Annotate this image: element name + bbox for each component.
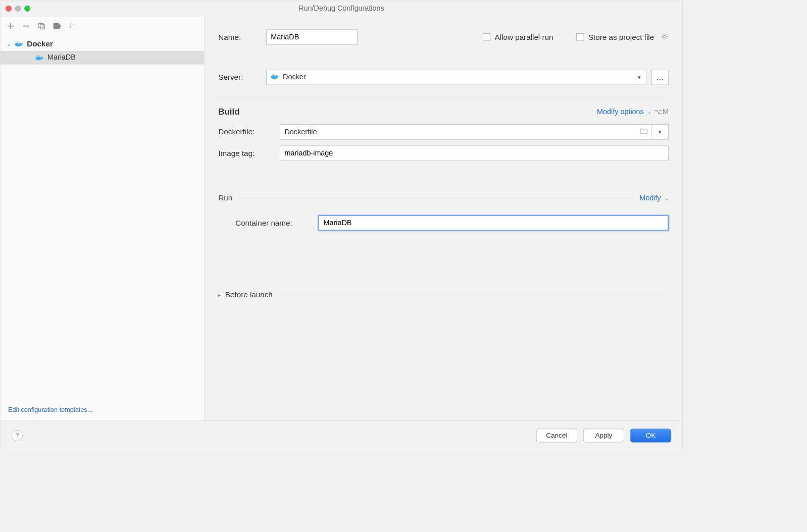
checkbox-icon [483, 33, 490, 41]
folder-icon[interactable] [640, 128, 647, 136]
store-project-checkbox[interactable]: Store as project file [576, 33, 654, 42]
container-name-row: Container name: [218, 215, 669, 230]
run-debug-config-window: Run/Debug Configurations az ⌄ Docker [0, 0, 683, 450]
body: az ⌄ Docker MariaDB Edit c [1, 17, 682, 420]
server-select[interactable]: Docker ▼ [266, 70, 646, 85]
chevron-down-icon: ⌄ [7, 41, 13, 47]
copy-config-icon[interactable] [36, 21, 46, 31]
name-label: Name: [218, 33, 261, 42]
ok-button[interactable]: OK [630, 429, 671, 442]
edit-templates-link[interactable]: Edit configuration templates... [8, 406, 92, 413]
tree-item-mariadb[interactable]: MariaDB [1, 51, 205, 65]
sidebar: az ⌄ Docker MariaDB Edit c [1, 17, 205, 420]
cancel-button[interactable]: Cancel [536, 429, 577, 442]
build-modify-shortcut: ⌥M [654, 107, 669, 116]
footer: ? Cancel Apply OK [1, 420, 682, 450]
name-input[interactable] [266, 29, 358, 44]
server-label: Server: [218, 73, 261, 82]
help-button[interactable]: ? [12, 430, 23, 441]
svg-point-12 [664, 35, 666, 38]
window-title: Run/Debug Configurations [1, 4, 682, 13]
allow-parallel-label: Allow parallel run [495, 33, 553, 42]
dockerfile-history-dropdown[interactable]: ▼ [651, 124, 668, 139]
svg-rect-7 [17, 41, 18, 42]
allow-parallel-checkbox[interactable]: Allow parallel run [483, 33, 553, 42]
server-browse-button[interactable]: … [651, 70, 669, 85]
chevron-right-icon: ▸ [218, 292, 221, 298]
config-tree: ⌄ Docker MariaDB [1, 35, 205, 400]
server-row: Server: Docker ▼ … [218, 70, 669, 85]
docker-icon [15, 40, 24, 47]
image-tag-label: Image tag: [218, 149, 274, 158]
divider [218, 98, 669, 98]
add-config-icon[interactable] [6, 21, 16, 31]
tree-item-label: MariaDB [47, 54, 76, 62]
name-row: Name: Allow parallel run Store as projec… [218, 29, 669, 44]
apply-button[interactable]: Apply [583, 429, 624, 442]
save-config-icon[interactable] [52, 21, 62, 31]
sort-alpha-icon[interactable]: az [67, 21, 77, 31]
dockerfile-input[interactable]: Dockerfile ▼ [280, 124, 669, 139]
sidebar-footer: Edit configuration templates... [1, 400, 205, 420]
svg-text:z: z [73, 27, 74, 30]
gear-icon[interactable] [661, 33, 669, 42]
chevron-down-icon: ⌄ [665, 195, 669, 201]
svg-rect-11 [37, 55, 38, 56]
sidebar-toolbar: az [1, 17, 205, 35]
container-name-input[interactable] [318, 215, 669, 230]
before-launch-section[interactable]: ▸ Before launch [218, 290, 669, 299]
svg-rect-16 [273, 74, 274, 75]
divider [237, 198, 634, 198]
before-launch-title: Before launch [225, 290, 273, 299]
image-tag-input[interactable] [280, 145, 669, 161]
svg-text:a: a [73, 23, 75, 26]
image-tag-row: Image tag: [218, 145, 669, 161]
run-section-header: Run Modify ⌄ [218, 193, 669, 202]
build-title: Build [218, 107, 239, 117]
chevron-down-icon: ▼ [637, 74, 642, 80]
build-modify-options[interactable]: Modify options ⌄ [597, 108, 651, 116]
titlebar: Run/Debug Configurations [1, 1, 682, 17]
run-title: Run [218, 193, 232, 202]
tree-root-label: Docker [27, 39, 53, 48]
build-section-header: Build Modify options ⌄ ⌥M [218, 107, 669, 117]
store-project-label: Store as project file [588, 33, 654, 42]
main-panel: Name: Allow parallel run Store as projec… [205, 17, 682, 420]
dockerfile-row: Dockerfile: Dockerfile ▼ [218, 124, 669, 139]
checkbox-icon [576, 33, 584, 41]
svg-rect-0 [39, 24, 43, 28]
svg-rect-1 [40, 25, 44, 29]
docker-icon [35, 54, 44, 61]
docker-icon [271, 73, 279, 82]
chevron-down-icon: ⌄ [647, 109, 651, 115]
divider [281, 295, 669, 295]
remove-config-icon[interactable] [21, 21, 31, 31]
container-name-label: Container name: [235, 219, 312, 228]
dockerfile-label: Dockerfile: [218, 128, 274, 137]
tree-root-docker[interactable]: ⌄ Docker [1, 37, 205, 51]
dockerfile-value: Dockerfile [284, 128, 317, 136]
server-value: Docker [283, 73, 306, 82]
run-modify[interactable]: Modify ⌄ [639, 194, 669, 202]
